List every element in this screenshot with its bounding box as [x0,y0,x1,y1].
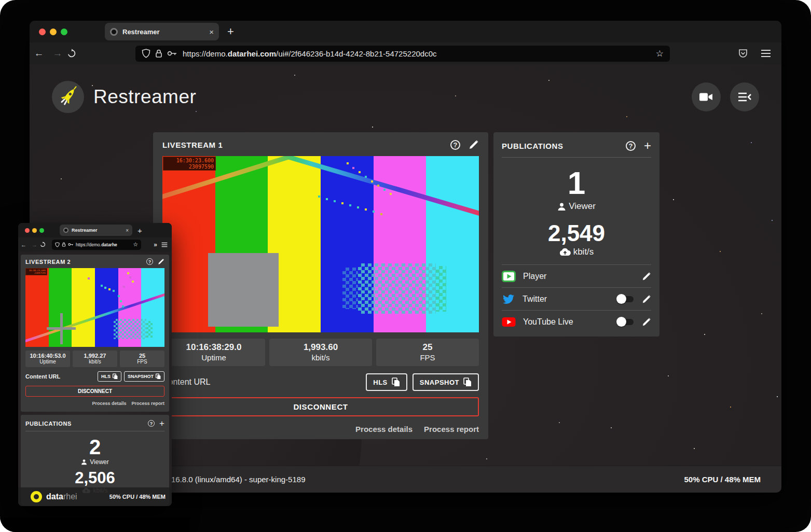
livestream-panel: LIVESTREAM 2 ? [21,255,169,412]
tracking-shield-icon [55,242,60,247]
brand-footer: datarhei 50% CPU / 48% MEM [18,487,172,506]
resource-usage: 50% CPU / 48% MEM [684,475,761,484]
zoom-window-button[interactable] [61,29,67,35]
timecode-overlay: 16:30:23.600 23097590 [25,268,47,275]
menu-icon[interactable] [761,49,771,58]
youtube-toggle[interactable] [618,319,634,325]
checker-pattern [436,266,446,312]
livestream-panel-header: LIVESTREAM 2 ? [25,258,164,265]
reload-button[interactable] [67,49,86,58]
cloud-upload-icon [559,248,571,256]
hls-copy-button[interactable]: HLS [98,371,121,382]
help-icon[interactable]: ? [146,258,153,265]
lock-icon [62,242,66,247]
bookmark-star-icon[interactable]: ☆ [656,48,664,59]
help-icon[interactable]: ? [626,141,636,151]
forward-button[interactable]: → [48,48,67,59]
publications-title: PUBLICATIONS [25,421,72,427]
back-button[interactable]: ← [18,242,29,248]
edit-pencil-icon[interactable] [642,272,651,281]
background-stars [30,64,31,65]
stream-stats: 10:16:40:53.0 Uptime 1,992.27 kbit/s 25 … [25,351,164,367]
service-row-twitter[interactable]: Twitter [502,287,651,310]
help-icon[interactable]: ? [148,420,155,427]
new-tab-button[interactable]: + [138,226,142,235]
datarhei-logo-icon [31,491,42,502]
service-list: Player Twitter [502,264,651,333]
tab-bar: Restreamer × + [18,223,172,237]
process-details-link[interactable]: Process details [355,425,413,433]
snapshot-copy-button[interactable]: SNAPSHOT [413,373,479,391]
bitrate-stat: 1,992.27 kbit/s [73,351,117,367]
process-details-link[interactable]: Process details [92,401,126,406]
browser-tab[interactable]: Restreamer × [60,225,132,236]
copy-icon [392,377,400,387]
url-bar: ← → https://demo.datarhei.com/ui#/2f6462… [30,43,781,64]
bookmark-star-icon[interactable]: ☆ [133,241,138,248]
player-icon [502,271,516,282]
copy-icon [113,373,118,380]
tracking-shield-icon [142,49,150,58]
url-bar: ← → https://demo.datarhe ☆ » [18,237,172,251]
zoom-window-button[interactable] [39,228,44,233]
minimize-window-button[interactable] [50,29,57,35]
service-row-youtube[interactable]: YouTube Live [502,310,651,333]
edit-pencil-icon[interactable] [642,317,651,327]
address-field[interactable]: https://demo.datarhei.com/ui#/2f646236-b… [135,46,670,62]
help-icon[interactable]: ? [450,140,460,150]
livestream-title: LIVESTREAM 1 [162,141,223,149]
viewer-count: 1 [502,167,651,199]
content-url-row: Content URL HLS SNAPSHOT [25,371,164,382]
close-window-button[interactable] [25,228,30,233]
video-preview[interactable]: 16:30:23.600 23097590 [162,156,479,332]
publications-title: PUBLICATIONS [502,142,563,150]
address-field[interactable]: https://demo.datarhe ☆ [52,240,141,250]
collapse-menu-button[interactable] [730,82,759,111]
browser-tab[interactable]: Restreamer × [105,23,219,40]
minimize-window-button[interactable] [32,228,37,233]
copy-icon [156,373,161,380]
gray-rectangle [208,253,279,327]
livestream-panel-header: LIVESTREAM 1 ? [162,139,479,150]
snapshot-copy-button[interactable]: SNAPSHOT [124,371,164,382]
background-strip [0,517,190,532]
menu-icon[interactable] [161,242,168,247]
app-header: Restreamer [52,81,196,113]
video-preview[interactable]: 16:30:23.600 23097590 [25,268,164,347]
reload-button[interactable] [40,242,51,247]
livestream-title: LIVESTREAM 2 [25,259,71,265]
add-publication-icon[interactable]: + [644,139,651,152]
service-row-player[interactable]: Player [502,264,651,287]
back-button[interactable]: ← [30,48,48,59]
tab-title: Restreamer [72,228,126,233]
disconnect-button[interactable]: DISCONNECT [25,386,164,397]
person-icon [557,202,566,211]
tab-favicon-icon [63,228,68,233]
pocket-icon[interactable] [738,48,748,59]
menu-collapse-icon [738,92,751,102]
disconnect-button[interactable]: DISCONNECT [162,397,479,416]
forward-button[interactable]: → [29,242,40,248]
process-report-link[interactable]: Process report [424,425,479,433]
tab-close-icon[interactable]: × [126,228,129,233]
edit-pencil-icon[interactable] [469,139,479,150]
hls-copy-button[interactable]: HLS [366,373,407,391]
edit-pencil-icon[interactable] [158,258,164,265]
checker-pattern [342,268,358,309]
publications-panel: PUBLICATIONS ? + 1 Viewer 2,549 kbit/s [493,132,659,337]
divider [25,431,164,431]
overflow-chevrons-icon[interactable]: » [154,241,157,248]
twitter-toggle[interactable] [618,296,634,302]
add-publication-icon[interactable]: + [159,419,164,428]
new-tab-button[interactable]: + [227,25,234,38]
add-stream-button[interactable] [692,82,721,111]
url-text: https://demo.datarhe [76,242,130,247]
process-report-link[interactable]: Process report [131,401,164,406]
edit-pencil-icon[interactable] [642,295,651,304]
close-window-button[interactable] [39,29,46,35]
app-title: Restreamer [93,86,196,108]
publications-panel-header: PUBLICATIONS ? + [25,419,164,428]
video-camera-icon [699,92,713,102]
tab-close-icon[interactable]: × [209,27,214,36]
key-icon [167,50,177,57]
